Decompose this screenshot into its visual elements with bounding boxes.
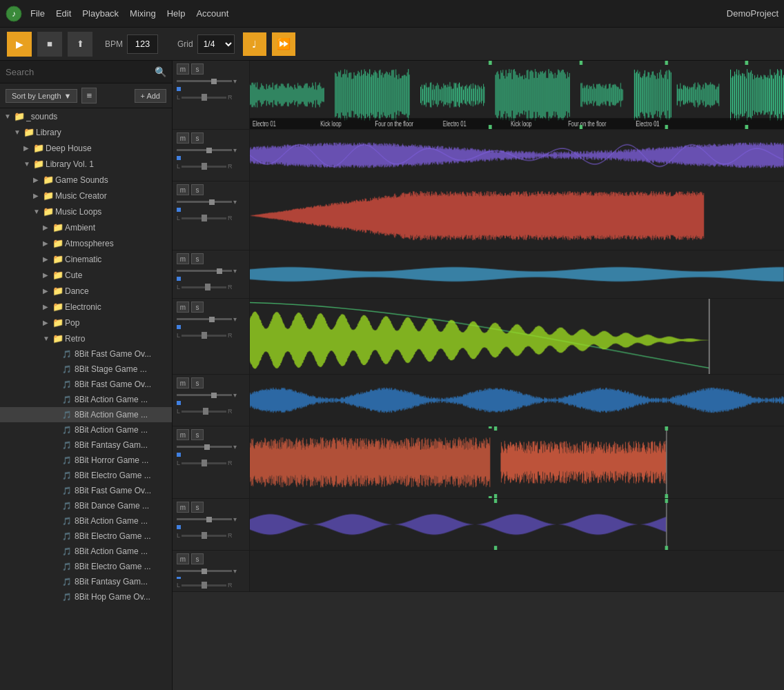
solo-button-track-4[interactable]: s	[191, 253, 204, 264]
tree-item-f6[interactable]: 🎵8Bit Action Game ...	[0, 422, 172, 437]
tree-item-f4[interactable]: 🎵8Bit Action Game ...	[0, 392, 172, 407]
tree-item-f16[interactable]: 🎵8Bit Fantasy Gam...	[0, 574, 172, 589]
pan-slider-track-7[interactable]	[182, 462, 226, 464]
menu-edit[interactable]: Edit	[56, 8, 71, 19]
tree-item-f8[interactable]: 🎵8Bit Horror Game ...	[0, 453, 172, 468]
tree-item-f17[interactable]: 🎵8Bit Hop Game Ov...	[0, 589, 172, 604]
mute-button-track-5[interactable]: m	[177, 302, 189, 313]
tree-item-cute[interactable]: ▶📁Cute	[0, 267, 172, 283]
snap-button[interactable]: ⏩	[272, 32, 295, 56]
solo-button-track-8[interactable]: s	[191, 502, 204, 513]
add-button[interactable]: + Add	[135, 89, 166, 103]
mute-button-track-8[interactable]: m	[177, 502, 189, 513]
tree-item-music-loops[interactable]: ▼📁Music Loops	[0, 204, 172, 219]
menu-mixing[interactable]: Mixing	[130, 8, 156, 19]
pan-slider-track-5[interactable]	[182, 335, 226, 337]
pan-slider-track-9[interactable]	[182, 584, 226, 586]
waveform-area-track-8[interactable]	[250, 499, 784, 550]
menu-help[interactable]: Help	[167, 8, 186, 19]
tree-item-retro[interactable]: ▼📁Retro	[0, 331, 172, 346]
bpm-input[interactable]	[127, 34, 158, 54]
volume-slider-track-1[interactable]	[177, 80, 232, 82]
solo-button-track-6[interactable]: s	[191, 377, 204, 388]
tree-item-deep-house[interactable]: ▶📁Deep House	[0, 140, 172, 156]
tree-item-f10[interactable]: 🎵8Bit Fast Game Ov...	[0, 483, 172, 498]
waveform-area-track-6[interactable]	[250, 375, 784, 426]
tree-item-library-vol1[interactable]: ▼📁Library Vol. 1	[0, 156, 172, 172]
waveform-area-track-5[interactable]	[250, 299, 784, 374]
tree-item-cinematic[interactable]: ▶📁Cinematic	[0, 251, 172, 267]
tree-item-music-creator[interactable]: ▶📁Music Creator	[0, 188, 172, 204]
tree-item-f3[interactable]: 🎵8Bit Fast Game Ov...	[0, 377, 172, 392]
solo-button-track-1[interactable]: s	[191, 63, 204, 75]
mute-button-track-2[interactable]: m	[177, 132, 189, 144]
volume-slider-track-2[interactable]	[177, 149, 232, 151]
mute-button-track-3[interactable]: m	[177, 184, 189, 195]
tree-item-label: 8Bit Fast Game Ov...	[75, 379, 151, 389]
tree-item-electronic[interactable]: ▶📁Electronic	[0, 299, 172, 315]
tree-item-f7[interactable]: 🎵8Bit Fantasy Gam...	[0, 437, 172, 453]
tree-item-f13[interactable]: 🎵8Bit Electro Game ...	[0, 529, 172, 544]
tree-item-f11[interactable]: 🎵8Bit Dance Game ...	[0, 498, 172, 513]
export-button[interactable]: ⬆	[68, 32, 92, 57]
stop-button[interactable]: ■	[37, 32, 62, 57]
tree-item-f14[interactable]: 🎵8Bit Action Game ...	[0, 544, 172, 559]
pan-slider-track-3[interactable]	[182, 217, 226, 219]
tree-item-pop[interactable]: ▶📁Pop	[0, 315, 172, 331]
tree-item-f12[interactable]: 🎵8Bit Action Game ...	[0, 513, 172, 529]
search-input[interactable]	[6, 67, 155, 77]
menu-bar: ♪ File Edit Playback Mixing Help Account…	[0, 0, 784, 28]
waveform-area-track-9[interactable]	[250, 551, 784, 591]
play-button[interactable]: ▶	[7, 32, 32, 57]
mute-button-track-9[interactable]: m	[177, 553, 189, 564]
waveform-area-track-4[interactable]	[250, 250, 784, 298]
tree-item-f5[interactable]: 🎵8Bit Action Game ...	[0, 407, 172, 422]
volume-slider-track-7[interactable]	[177, 446, 232, 448]
tree-item-f2[interactable]: 🎵8Bit Stage Game ...	[0, 362, 172, 377]
metronome-button[interactable]: ♩	[243, 32, 266, 56]
waveform-area-track-7[interactable]	[250, 426, 784, 498]
solo-button-track-2[interactable]: s	[191, 132, 204, 144]
pan-slider-track-8[interactable]	[182, 535, 226, 537]
track-controls-1: ms▾LR	[173, 61, 250, 129]
pan-slider-track-1[interactable]	[182, 97, 226, 99]
tree-item-game-sounds[interactable]: ▶📁Game Sounds	[0, 172, 172, 188]
solo-button-track-5[interactable]: s	[191, 302, 204, 313]
menu-account[interactable]: Account	[196, 8, 228, 19]
waveform-area-track-3[interactable]	[250, 181, 784, 250]
menu-playback[interactable]: Playback	[82, 8, 119, 19]
file-icon: 🎵	[62, 456, 75, 465]
pan-slider-track-2[interactable]	[182, 166, 226, 168]
tree-item-sounds[interactable]: ▼📁_sounds	[0, 108, 172, 124]
volume-slider-track-3[interactable]	[177, 201, 232, 203]
volume-slider-track-5[interactable]	[177, 318, 232, 320]
sort-button[interactable]: Sort by Length ▼	[6, 89, 77, 103]
pan-slider-track-4[interactable]	[182, 286, 226, 288]
volume-slider-track-6[interactable]	[177, 394, 232, 396]
grid-select[interactable]: 1/4 1/8 1/16	[197, 34, 235, 54]
volume-slider-track-8[interactable]	[177, 518, 232, 520]
tree-item-f9[interactable]: 🎵8Bit Electro Game ...	[0, 468, 172, 483]
tree-item-f1[interactable]: 🎵8Bit Fast Game Ov...	[0, 346, 172, 362]
mute-button-track-6[interactable]: m	[177, 377, 189, 388]
volume-slider-track-9[interactable]	[177, 570, 232, 572]
tree-item-library[interactable]: ▼📁Library	[0, 124, 172, 140]
mute-button-track-7[interactable]: m	[177, 429, 189, 440]
solo-button-track-7[interactable]: s	[191, 429, 204, 440]
file-icon: 🎵	[62, 532, 75, 541]
tree-item-ambient[interactable]: ▶📁Ambient	[0, 219, 172, 235]
tree-item-dance[interactable]: ▶📁Dance	[0, 283, 172, 299]
mute-button-track-4[interactable]: m	[177, 253, 189, 264]
folder-icon: 📁	[52, 254, 65, 264]
tree-item-atmospheres[interactable]: ▶📁Atmospheres	[0, 235, 172, 251]
list-view-button[interactable]: ≡	[81, 88, 97, 103]
solo-button-track-9[interactable]: s	[191, 553, 204, 564]
volume-slider-track-4[interactable]	[177, 270, 232, 272]
solo-button-track-3[interactable]: s	[191, 184, 204, 195]
waveform-area-track-2[interactable]	[250, 130, 784, 181]
menu-file[interactable]: File	[30, 8, 45, 19]
tree-item-f15[interactable]: 🎵8Bit Electro Game ...	[0, 559, 172, 574]
waveform-area-track-1[interactable]	[250, 61, 784, 129]
pan-slider-track-6[interactable]	[182, 411, 226, 413]
mute-button-track-1[interactable]: m	[177, 63, 189, 75]
